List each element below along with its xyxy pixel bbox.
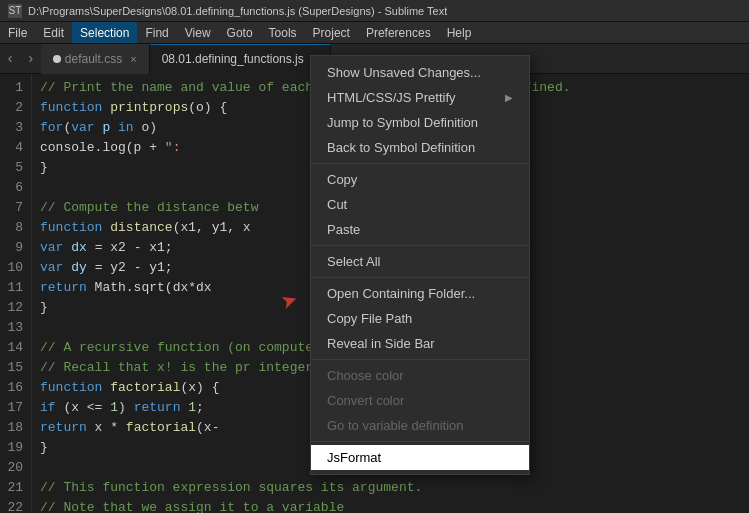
ctx-arrow-icon: ▶: [505, 92, 513, 103]
line-num-20: 20: [4, 458, 23, 478]
ctx-item-cut[interactable]: Cut: [311, 192, 529, 217]
line-num-21: 21: [4, 478, 23, 498]
menu-bar: FileEditSelectionFindViewGotoToolsProjec…: [0, 22, 749, 44]
ctx-item-choose-color: Choose color: [311, 363, 529, 388]
ctx-item-jump-to-symbol-definition[interactable]: Jump to Symbol Definition: [311, 110, 529, 135]
ctx-separator-18: [311, 441, 529, 442]
ctx-item-label: Paste: [327, 222, 360, 237]
tab-nav-left[interactable]: ‹: [0, 51, 20, 67]
line-num-19: 19: [4, 438, 23, 458]
title-bar: ST D:\Programs\SuperDesigns\08.01.defini…: [0, 0, 749, 22]
ctx-item-label: Copy File Path: [327, 311, 412, 326]
ctx-item-reveal-in-side-bar[interactable]: Reveal in Side Bar: [311, 331, 529, 356]
ctx-separator-10: [311, 277, 529, 278]
ctx-item-label: JsFormat: [327, 450, 381, 465]
tab-0[interactable]: default.css×: [41, 44, 150, 74]
line-numbers: 1234567891011121314151617181920212223: [0, 74, 32, 513]
menu-item-selection[interactable]: Selection: [72, 22, 137, 43]
title-text: D:\Programs\SuperDesigns\08.01.defining_…: [28, 5, 447, 17]
ctx-item-label: Copy: [327, 172, 357, 187]
ctx-separator-8: [311, 245, 529, 246]
menu-item-file[interactable]: File: [0, 22, 35, 43]
ctx-item-select-all[interactable]: Select All: [311, 249, 529, 274]
line-num-15: 15: [4, 358, 23, 378]
ctx-item-label: Show Unsaved Changes...: [327, 65, 481, 80]
ctx-item-label: Cut: [327, 197, 347, 212]
context-menu: Show Unsaved Changes...HTML/CSS/JS Prett…: [310, 55, 530, 475]
line-num-6: 6: [4, 178, 23, 198]
ctx-item-show-unsaved-changes...[interactable]: Show Unsaved Changes...: [311, 60, 529, 85]
ctx-item-jsformat[interactable]: JsFormat: [311, 445, 529, 470]
ctx-item-label: Choose color: [327, 368, 404, 383]
ctx-item-label: Go to variable definition: [327, 418, 464, 433]
code-line-21: // This function expression squares its …: [40, 478, 741, 498]
line-num-2: 2: [4, 98, 23, 118]
menu-item-view[interactable]: View: [177, 22, 219, 43]
line-num-16: 16: [4, 378, 23, 398]
tab-close-0[interactable]: ×: [130, 53, 136, 65]
ctx-item-go-to-variable-definition: Go to variable definition: [311, 413, 529, 438]
line-num-8: 8: [4, 218, 23, 238]
ctx-item-label: Convert color: [327, 393, 404, 408]
ctx-item-label: Reveal in Side Bar: [327, 336, 435, 351]
line-num-22: 22: [4, 498, 23, 513]
tab-1[interactable]: 08.01.defining_functions.js×: [150, 44, 332, 74]
code-line-22: // Note that we assign it to a variable: [40, 498, 741, 513]
line-num-10: 10: [4, 258, 23, 278]
line-num-9: 9: [4, 238, 23, 258]
line-num-1: 1: [4, 78, 23, 98]
line-num-4: 4: [4, 138, 23, 158]
line-num-11: 11: [4, 278, 23, 298]
ctx-item-open-containing-folder...[interactable]: Open Containing Folder...: [311, 281, 529, 306]
ctx-item-label: Jump to Symbol Definition: [327, 115, 478, 130]
ctx-item-label: HTML/CSS/JS Prettify: [327, 90, 456, 105]
app-icon: ST: [8, 4, 22, 18]
ctx-item-copy[interactable]: Copy: [311, 167, 529, 192]
tab-label-0: default.css: [65, 52, 122, 66]
ctx-separator-4: [311, 163, 529, 164]
ctx-separator-14: [311, 359, 529, 360]
ctx-item-label: Back to Symbol Definition: [327, 140, 475, 155]
tab-nav-right[interactable]: ›: [20, 51, 40, 67]
line-num-17: 17: [4, 398, 23, 418]
menu-item-project[interactable]: Project: [305, 22, 358, 43]
menu-item-edit[interactable]: Edit: [35, 22, 72, 43]
menu-item-goto[interactable]: Goto: [219, 22, 261, 43]
line-num-14: 14: [4, 338, 23, 358]
ctx-item-html/css/js-prettify[interactable]: HTML/CSS/JS Prettify▶: [311, 85, 529, 110]
ctx-item-copy-file-path[interactable]: Copy File Path: [311, 306, 529, 331]
line-num-13: 13: [4, 318, 23, 338]
line-num-12: 12: [4, 298, 23, 318]
ctx-item-back-to-symbol-definition[interactable]: Back to Symbol Definition: [311, 135, 529, 160]
line-num-18: 18: [4, 418, 23, 438]
menu-item-preferences[interactable]: Preferences: [358, 22, 439, 43]
line-num-3: 3: [4, 118, 23, 138]
menu-item-find[interactable]: Find: [137, 22, 176, 43]
tab-label-1: 08.01.defining_functions.js: [162, 52, 304, 66]
ctx-item-label: Select All: [327, 254, 380, 269]
menu-item-help[interactable]: Help: [439, 22, 480, 43]
menu-item-tools[interactable]: Tools: [261, 22, 305, 43]
ctx-item-convert-color: Convert color: [311, 388, 529, 413]
ctx-item-label: Open Containing Folder...: [327, 286, 475, 301]
ctx-item-paste[interactable]: Paste: [311, 217, 529, 242]
line-num-7: 7: [4, 198, 23, 218]
line-num-5: 5: [4, 158, 23, 178]
